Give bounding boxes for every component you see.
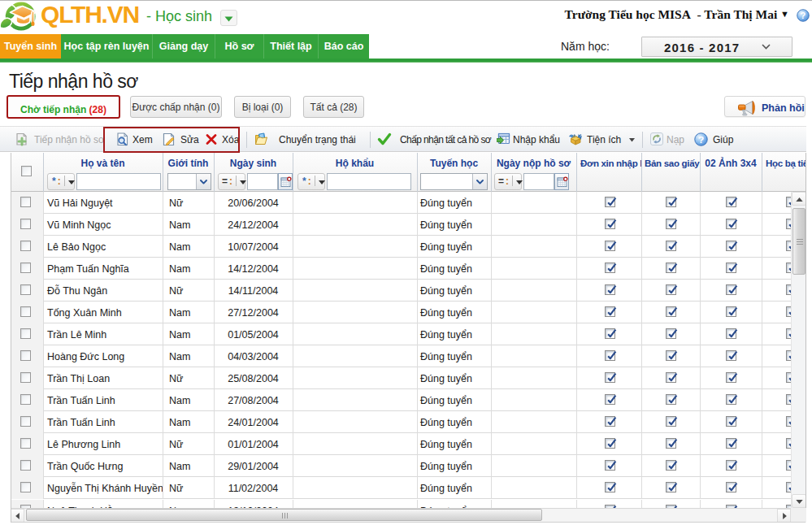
svg-text:?: ?: [698, 134, 704, 145]
svg-text:?: ?: [801, 11, 806, 20]
